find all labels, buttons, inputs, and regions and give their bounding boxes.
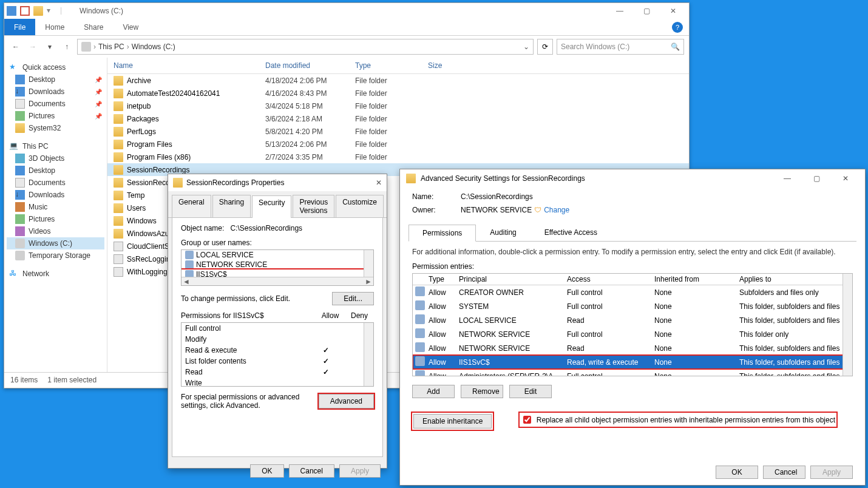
tree-3dobjects[interactable]: 3D Objects — [7, 152, 104, 164]
permission-entry-row[interactable]: AllowLOCAL SERVICEReadNoneThis folder, s… — [413, 313, 852, 327]
tree-thispc[interactable]: 💻This PC — [7, 140, 104, 152]
minimize-button[interactable]: — — [606, 3, 633, 19]
tree-desktop[interactable]: Desktop📌 — [7, 73, 104, 86]
file-row[interactable]: Archive4/18/2024 2:06 PMFile folder — [107, 74, 689, 87]
ribbon-view-tab[interactable]: View — [113, 19, 148, 35]
status-selected: 1 item selected — [47, 376, 97, 384]
tree-music[interactable]: Music — [7, 201, 104, 213]
tree-videos[interactable]: Videos — [7, 225, 104, 237]
ok-button[interactable]: OK — [716, 466, 758, 479]
address-bar[interactable]: › This PC › Windows (C:) ⌄ — [77, 39, 534, 55]
owner-value: NETWORK SERVICE — [461, 206, 532, 214]
edit-button[interactable]: Edit... — [332, 292, 374, 305]
tree-desktop2[interactable]: Desktop — [7, 164, 104, 177]
remove-button[interactable]: Remove — [461, 385, 503, 398]
permission-entry-row[interactable]: AllowIIS1SvC$Read, write & executeNoneTh… — [413, 355, 852, 369]
close-button[interactable]: ✕ — [832, 170, 859, 187]
tree-documents2[interactable]: Documents — [7, 177, 104, 189]
address-dropdown-icon[interactable]: ⌄ — [523, 42, 529, 51]
tab-customize[interactable]: Customize — [336, 195, 384, 217]
close-button[interactable]: ✕ — [660, 3, 687, 19]
enable-inheritance-button[interactable]: Enable inheritance — [413, 414, 492, 429]
permission-entry-row[interactable]: AllowAdministrators (SERVER-3\A...Full c… — [413, 369, 852, 376]
back-button[interactable]: ← — [9, 40, 22, 53]
videos-icon — [15, 226, 25, 236]
col-size[interactable]: Size — [428, 61, 489, 70]
up-button[interactable]: ↑ — [60, 40, 73, 53]
tree-quickaccess[interactable]: ★Quick access — [7, 61, 104, 73]
tab-sharing[interactable]: Sharing — [212, 195, 251, 217]
qat-icon-1[interactable] — [7, 6, 16, 16]
permission-row: Read & execute✓ — [181, 345, 373, 356]
qat-icon-2[interactable] — [20, 6, 30, 16]
breadcrumb-thispc[interactable]: This PC — [98, 42, 124, 51]
tab-auditing[interactable]: Auditing — [476, 224, 530, 241]
breadcrumb-drive[interactable]: Windows (C:) — [132, 42, 175, 51]
refresh-button[interactable]: ⟳ — [537, 39, 553, 55]
ribbon-home-tab[interactable]: Home — [35, 19, 74, 35]
scrollbar-h[interactable]: ◄► — [181, 277, 373, 285]
scrollbar[interactable] — [843, 274, 852, 376]
tree-network[interactable]: 🖧Network — [7, 268, 104, 280]
tree-system32[interactable]: System32 — [7, 122, 104, 134]
tree-downloads2[interactable]: ↓Downloads — [7, 189, 104, 201]
file-row[interactable]: AutomateTest2024041620414/16/2024 8:43 P… — [107, 87, 689, 100]
help-icon[interactable]: ? — [672, 22, 683, 33]
scrollbar[interactable] — [364, 323, 373, 386]
qat-dropdown-icon[interactable]: ▾ — [47, 6, 56, 16]
maximize-button[interactable]: ▢ — [803, 170, 830, 187]
scrollbar[interactable] — [364, 250, 373, 277]
search-input[interactable]: Search Windows (C:) 🔍 — [557, 39, 684, 55]
cancel-button[interactable]: Cancel — [763, 466, 805, 479]
advanced-button[interactable]: Advanced — [319, 394, 374, 408]
replace-checkbox-row[interactable]: Replace all child object permission entr… — [520, 413, 836, 427]
recent-dropdown[interactable]: ▾ — [43, 40, 56, 53]
column-headers[interactable]: Name Date modified Type Size — [107, 58, 689, 74]
cancel-button[interactable]: Cancel — [289, 464, 334, 478]
desktop-icon — [15, 75, 25, 84]
permission-entry-row[interactable]: AllowNETWORK SERVICEFull controlNoneThis… — [413, 327, 852, 341]
close-button[interactable]: ✕ — [376, 178, 382, 187]
file-row[interactable]: Program Files (x86)2/7/2024 3:35 PMFile … — [107, 151, 689, 163]
tree-pictures2[interactable]: Pictures — [7, 213, 104, 225]
col-type[interactable]: Type — [355, 61, 428, 70]
tab-security[interactable]: Security — [252, 195, 291, 218]
tab-permissions[interactable]: Permissions — [409, 225, 476, 242]
maximize-button[interactable]: ▢ — [633, 3, 660, 19]
apply-button[interactable]: Apply — [810, 466, 853, 479]
file-row[interactable]: inetpub3/4/2024 5:18 PMFile folder — [107, 100, 689, 112]
col-date[interactable]: Date modified — [265, 61, 355, 70]
ok-button[interactable]: OK — [250, 464, 283, 478]
file-row[interactable]: Packages3/6/2024 2:18 AMFile folder — [107, 112, 689, 125]
tab-effective-access[interactable]: Effective Access — [531, 224, 611, 241]
permission-entries-table[interactable]: Type Principal Access Inherited from App… — [412, 273, 853, 376]
permission-entry-row[interactable]: AllowSYSTEMFull controlNoneThis folder, … — [413, 299, 852, 313]
entries-label: Permission entries: — [400, 262, 865, 273]
replace-checkbox[interactable] — [523, 416, 531, 424]
advanced-tabs: Permissions Auditing Effective Access — [409, 224, 856, 242]
group-item: LOCAL SERVICE — [181, 250, 373, 260]
forward-button[interactable]: → — [26, 40, 39, 53]
file-row[interactable]: Program Files5/13/2024 2:06 PMFile folde… — [107, 138, 689, 151]
apply-button[interactable]: Apply — [339, 464, 381, 478]
file-row[interactable]: PerfLogs5/8/2021 4:20 PMFile folder — [107, 125, 689, 138]
user-icon — [415, 356, 425, 366]
edit-button[interactable]: Edit — [509, 385, 552, 398]
tree-pictures[interactable]: Pictures📌 — [7, 110, 104, 122]
tree-cdrive[interactable]: Windows (C:) — [7, 237, 104, 249]
tree-tempstorage[interactable]: Temporary Storage — [7, 249, 104, 262]
ribbon-file-tab[interactable]: File — [4, 19, 35, 35]
change-owner-link[interactable]: Change — [544, 206, 569, 214]
minimize-button[interactable]: — — [774, 170, 801, 187]
documents-icon — [15, 99, 25, 109]
tree-documents[interactable]: Documents📌 — [7, 98, 104, 110]
add-button[interactable]: Add — [412, 385, 455, 398]
tree-downloads[interactable]: ↓Downloads📌 — [7, 86, 104, 98]
tab-general[interactable]: General — [172, 195, 211, 217]
group-list[interactable]: LOCAL SERVICE NETWORK SERVICE IIS1SvC$ A… — [181, 249, 374, 286]
col-name[interactable]: Name — [107, 61, 265, 70]
tab-previous[interactable]: Previous Versions — [293, 195, 334, 217]
permission-entry-row[interactable]: AllowCREATOR OWNERFull controlNoneSubfol… — [413, 285, 852, 299]
permission-entry-row[interactable]: AllowNETWORK SERVICEReadNoneThis folder,… — [413, 341, 852, 355]
ribbon-share-tab[interactable]: Share — [74, 19, 113, 35]
